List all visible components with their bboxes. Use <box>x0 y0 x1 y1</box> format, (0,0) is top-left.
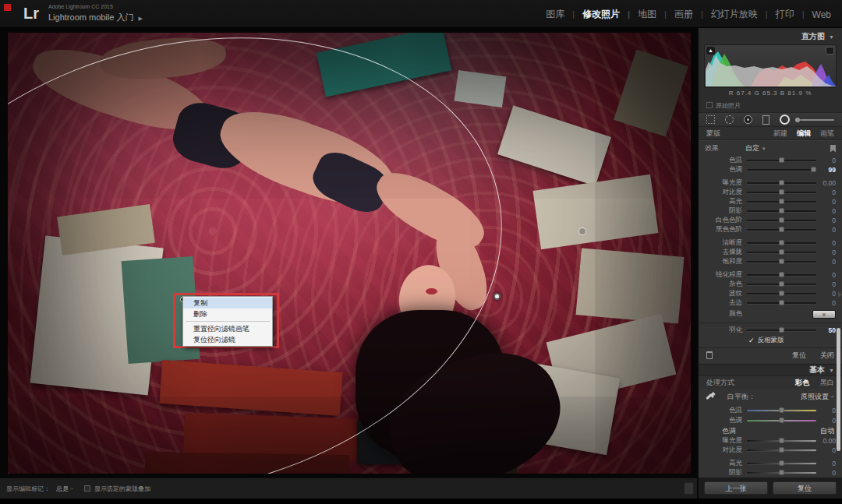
radial-filter-pin[interactable] <box>578 227 586 235</box>
identity-plate[interactable]: Adobe Lightroom CC 2015 Lightroom mobile… <box>48 4 143 23</box>
wb-sliders: 色温0 色调0 <box>699 405 842 425</box>
slider-handle[interactable] <box>779 281 784 287</box>
module-map[interactable]: 地图 <box>638 8 674 21</box>
crop-icon[interactable] <box>706 115 715 124</box>
slider-handle[interactable] <box>779 447 784 453</box>
slider-track[interactable] <box>747 261 816 263</box>
eyedropper-icon[interactable] <box>706 392 716 402</box>
slider-track[interactable] <box>747 220 816 221</box>
red-eye-icon[interactable] <box>744 115 752 124</box>
slider-track[interactable] <box>747 210 816 212</box>
histogram-canvas <box>706 46 837 86</box>
color-swatch[interactable]: × <box>812 310 836 319</box>
slider-handle[interactable] <box>779 418 784 423</box>
slider-track[interactable] <box>747 242 816 244</box>
slider-handle[interactable] <box>779 189 784 195</box>
slider-track[interactable] <box>747 160 816 161</box>
previous-button[interactable]: 上一张 <box>704 481 768 495</box>
treatment-bw-button[interactable]: 黑白 <box>820 378 834 388</box>
slider-track[interactable] <box>747 201 816 203</box>
auto-tone-button[interactable]: 自动 <box>820 426 834 436</box>
slider-handle[interactable] <box>779 291 784 296</box>
mask-new-button[interactable]: 新建 <box>773 129 787 139</box>
shadow-clipping-icon[interactable]: ▲ <box>706 47 715 55</box>
slider-handle[interactable] <box>779 438 784 443</box>
brush-icon[interactable] <box>800 119 834 121</box>
basic-panel-header[interactable]: 基本 ▼ <box>699 364 842 376</box>
photo-canvas[interactable]: DENNIS LEHANE <box>8 33 691 474</box>
module-picker: 图库 修改照片 地图 画册 幻灯片放映 打印 Web <box>546 8 831 21</box>
reset-effects-button[interactable]: 复位 <box>792 351 806 361</box>
module-slideshow[interactable]: 幻灯片放映 <box>711 8 776 21</box>
menu-item-copy[interactable]: 复制 <box>183 298 272 308</box>
radial-filter-panel: 效果 自定▾ 色温0 色调99 曝光度0.00 对比度0 高光0 阴影0 白色色… <box>699 140 842 364</box>
invert-mask-row[interactable]: ✓ 反相蒙版 <box>699 335 842 345</box>
slider-track[interactable] <box>747 192 816 193</box>
mask-overlay-checkbox[interactable] <box>84 485 90 492</box>
reset-button[interactable]: 复位 <box>773 481 837 495</box>
slider-track[interactable] <box>747 169 816 171</box>
histogram-header[interactable]: 直方图 ▼ <box>699 28 842 42</box>
slider-handle[interactable] <box>779 240 784 245</box>
slider-track[interactable] <box>747 463 816 464</box>
slider-track[interactable] <box>747 410 816 411</box>
slider-track[interactable] <box>747 330 816 331</box>
slider-highlights: 高光0 <box>699 197 842 206</box>
slider-handle[interactable] <box>779 227 784 232</box>
module-print[interactable]: 打印 <box>776 8 812 21</box>
slider-handle[interactable] <box>779 157 784 163</box>
slider-handle[interactable] <box>779 217 784 223</box>
slider-track[interactable] <box>747 182 816 184</box>
mask-edit-button[interactable]: 编辑 <box>797 129 811 139</box>
caret-down-icon: ▼ <box>829 34 834 40</box>
slider-handle[interactable] <box>779 300 784 305</box>
effects-preset-dropdown[interactable]: 自定▾ <box>745 143 766 153</box>
menu-item-delete[interactable]: 删除 <box>183 308 272 319</box>
radial-filter-pin-selected[interactable] <box>494 293 501 300</box>
toolbar-toggle-button[interactable] <box>684 482 694 495</box>
slider-handle[interactable] <box>779 470 784 475</box>
slider-handle[interactable] <box>779 407 784 413</box>
slider-track[interactable] <box>747 284 816 285</box>
slider-track[interactable] <box>747 252 816 253</box>
slider-handle[interactable] <box>779 199 784 204</box>
treatment-color-button[interactable]: 彩色 <box>795 378 809 388</box>
slider-handle[interactable] <box>779 460 784 466</box>
slider-track[interactable] <box>747 302 816 304</box>
panel-switch-icon[interactable] <box>830 145 836 153</box>
slider-handle[interactable] <box>779 327 784 333</box>
close-panel-button[interactable]: 关闭 <box>820 351 834 361</box>
slider-handle[interactable] <box>779 208 784 213</box>
slider-track[interactable] <box>747 274 816 276</box>
slider-handle[interactable] <box>779 259 784 264</box>
slider-track[interactable] <box>747 449 816 451</box>
original-photo-checkbox[interactable] <box>706 102 713 108</box>
slider-basic-shadows: 阴影0 <box>699 468 842 478</box>
slider-track[interactable] <box>747 293 816 294</box>
graduated-filter-icon[interactable] <box>762 115 769 125</box>
menu-item-reset-radial-brush[interactable]: 重置径向滤镜画笔 <box>183 323 272 334</box>
module-web[interactable]: Web <box>812 9 831 20</box>
wb-preset-dropdown[interactable]: 原照设置 ÷ <box>801 392 834 402</box>
slider-handle[interactable] <box>811 167 816 172</box>
trash-icon[interactable] <box>706 351 713 359</box>
spot-removal-icon[interactable] <box>725 115 734 124</box>
module-develop[interactable]: 修改照片 <box>582 8 638 21</box>
slider-track[interactable] <box>747 420 816 421</box>
radial-filter-icon[interactable] <box>780 115 790 125</box>
highlight-clipping-icon[interactable] <box>826 47 834 55</box>
histogram-box[interactable]: ▲ <box>704 44 837 88</box>
slider-handle[interactable] <box>779 272 784 277</box>
slider-handle[interactable] <box>779 180 784 185</box>
module-book[interactable]: 画册 <box>674 8 711 21</box>
panel-scrollbar[interactable] <box>837 328 840 451</box>
slider-handle[interactable] <box>779 249 784 255</box>
slider-track[interactable] <box>747 440 816 442</box>
slider-track[interactable] <box>747 229 816 231</box>
slider-track[interactable] <box>747 472 816 474</box>
menu-item-reset-radial-filter[interactable]: 复位径向滤镜 <box>183 334 272 345</box>
pins-mode-dropdown[interactable]: 总是 ÷ <box>56 485 73 493</box>
panel-collapse-arrow[interactable] <box>838 291 842 298</box>
mask-brush-button[interactable]: 画笔 <box>820 129 834 139</box>
module-library[interactable]: 图库 <box>546 8 582 21</box>
